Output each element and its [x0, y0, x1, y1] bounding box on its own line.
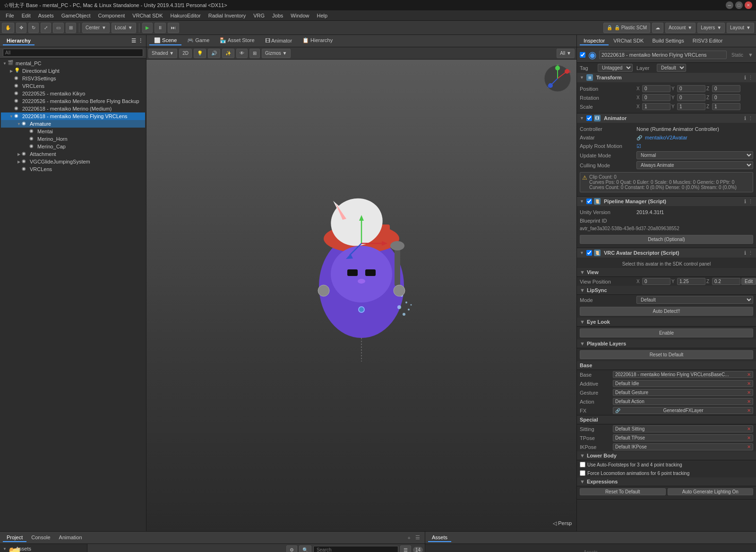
detach-button[interactable]: Detach (Optional) — [580, 235, 753, 244]
inspector-tab-build-settings[interactable]: Build Settings — [648, 37, 687, 45]
step-button[interactable]: ⏭ — [168, 23, 179, 33]
tree-toggle[interactable]: ▼ — [2, 60, 8, 66]
tree-toggle[interactable]: ▼ — [9, 113, 14, 119]
animator-menu-icon[interactable]: ⋮ — [748, 115, 753, 121]
layer-additive-value[interactable]: Default Idle ✕ — [613, 380, 753, 387]
mode-dropdown[interactable]: Default — [636, 296, 753, 304]
position-y-input[interactable] — [677, 85, 705, 92]
eye-look-section-title[interactable]: ▼ Eye Look — [577, 318, 756, 327]
vrc-descriptor-header[interactable]: ▼ 📜 VRC Avatar Descriptor (Script) ℹ ⋮ — [577, 248, 756, 258]
move-tool-button[interactable]: ✥ — [16, 23, 26, 33]
menu-assets[interactable]: Assets — [34, 12, 58, 19]
apply-root-motion-checkbox[interactable]: ☑ — [636, 143, 641, 149]
lipsync-section-title[interactable]: ▼ LipSync — [577, 286, 756, 295]
menu-help[interactable]: Help — [313, 12, 331, 19]
project-tab-console[interactable]: Console — [27, 534, 54, 542]
vrc-enabled-checkbox[interactable] — [586, 250, 592, 256]
layer-action-x[interactable]: ✕ — [747, 399, 751, 404]
close-button[interactable]: ✕ — [745, 1, 752, 9]
tree-toggle[interactable]: ▶ — [16, 151, 22, 157]
tree-toggle[interactable] — [9, 91, 14, 96]
tree-toggle[interactable] — [9, 106, 14, 112]
view-section-title[interactable]: ▼ View — [577, 268, 756, 277]
layer-tpose-x[interactable]: ✕ — [747, 435, 751, 440]
project-tab-animation[interactable]: Animation — [55, 534, 86, 542]
tree-toggle[interactable] — [16, 166, 22, 172]
menu-hakuroeditor[interactable]: HakuroEditor — [167, 12, 205, 19]
assets-toggle[interactable]: ▼ — [2, 546, 8, 552]
minimize-button[interactable]: ─ — [726, 1, 733, 9]
tree-toggle[interactable] — [9, 83, 14, 89]
hierarchy-menu-icon[interactable]: ☰ — [131, 38, 136, 44]
layer-gesture-value[interactable]: Default Gesture ✕ — [613, 389, 753, 396]
object-active-checkbox[interactable] — [580, 52, 585, 58]
effects-button[interactable]: ✨ — [222, 49, 234, 58]
tree-toggle[interactable]: ▶ — [9, 68, 14, 74]
tree-item-backup[interactable]: ◉ 20220526 - mentaiko Merino Before Flyi… — [1, 97, 145, 105]
project-menu-icon[interactable]: ☰ — [413, 535, 422, 541]
bottom-right-tab[interactable]: Assets — [428, 534, 451, 542]
tree-item-directional-light[interactable]: ▶ 💡 Directional Light — [1, 67, 145, 75]
animator-enabled-checkbox[interactable] — [586, 115, 592, 121]
inspector-tab-vrchat-sdk[interactable]: VRChat SDK — [610, 37, 647, 45]
view-y-input[interactable] — [677, 278, 705, 285]
menu-gameobject[interactable]: GameObject — [58, 12, 94, 19]
playable-layers-section-title[interactable]: ▼ Playable Layers — [577, 339, 756, 348]
auto-detect-button[interactable]: Auto Detect!! — [580, 307, 753, 316]
viewport-tab-animator[interactable]: 🎞 Animator — [260, 37, 297, 45]
scene-gizmo[interactable]: X Y Z — [543, 64, 572, 93]
tree-item-merino-horn[interactable]: ◉ Merino_Horn — [1, 135, 145, 143]
account-button[interactable]: Account▼ — [665, 23, 696, 33]
viewport-tab-asset-store[interactable]: 🏪 Asset Store — [215, 36, 259, 45]
auto-generate-button[interactable]: Auto Generate Lighting On — [668, 488, 754, 495]
scene-viewport[interactable]: X Y Z ◁ Persp — [146, 60, 576, 531]
layer-dropdown[interactable]: Default — [657, 64, 686, 72]
play-button[interactable]: ▶ — [142, 23, 153, 33]
menu-component[interactable]: Component — [94, 12, 129, 19]
tree-toggle[interactable] — [24, 144, 29, 149]
pivot-local-button[interactable]: Local▼ — [112, 23, 136, 33]
layer-sitting-value[interactable]: Default Sitting ✕ — [613, 425, 753, 432]
layer-sitting-x[interactable]: ✕ — [747, 426, 751, 431]
inspector-tab-risv3[interactable]: RISV3 Editor — [689, 37, 727, 45]
project-add-button[interactable]: + — [406, 535, 412, 541]
scale-y-input[interactable] — [677, 103, 705, 110]
hierarchy-search-input[interactable] — [3, 49, 143, 57]
position-x-input[interactable] — [642, 85, 670, 92]
rect-tool-button[interactable]: ▭ — [53, 23, 64, 33]
pipeline-manager-header[interactable]: ▼ 📜 Pipeline Manager (Script) ℹ ⋮ — [577, 197, 756, 206]
search-all-button[interactable]: All ▼ — [557, 49, 575, 58]
animator-header[interactable]: ▼ 🎞 Animator ℹ ⋮ — [577, 113, 756, 123]
pipeline-menu-icon[interactable]: ⋮ — [748, 198, 753, 205]
menu-vrchat-sdk[interactable]: VRChat SDK — [129, 12, 166, 19]
scene-helpers[interactable]: ⊞ — [249, 49, 260, 58]
tree-item-mentai[interactable]: ◉ Mentai — [1, 128, 145, 135]
position-z-input[interactable] — [712, 85, 740, 92]
view-edit-button[interactable]: Edit — [741, 278, 756, 285]
tree-toggle[interactable] — [24, 129, 29, 134]
auto-footsteps-checkbox[interactable] — [580, 462, 585, 467]
tree-item-attachment[interactable]: ▶ ◉ Attachment — [1, 150, 145, 158]
viewport-tab-hierarchy[interactable]: 📋 Hierarchy — [298, 36, 337, 45]
lower-body-section-title[interactable]: ▼ Lower Body — [577, 451, 756, 460]
assets-settings-button[interactable]: ⚙ — [286, 545, 297, 552]
layer-tpose-value[interactable]: Default TPose ✕ — [613, 434, 753, 441]
pipeline-enabled-checkbox[interactable] — [586, 198, 592, 204]
transform-menu-icon[interactable]: ⋮ — [748, 75, 753, 81]
collab-button[interactable]: ☁ — [652, 23, 663, 33]
layer-gesture-x[interactable]: ✕ — [747, 390, 751, 395]
inspector-tab-inspector[interactable]: Inspector — [580, 37, 609, 45]
scale-x-input[interactable] — [642, 103, 670, 110]
viewport-tab-scene[interactable]: ⬜ Scene — [149, 36, 181, 45]
layer-additive-x[interactable]: ✕ — [747, 381, 751, 386]
maximize-button[interactable]: □ — [735, 1, 743, 9]
shading-dropdown[interactable]: Shaded ▼ — [148, 49, 177, 58]
layer-ikpose-x[interactable]: ✕ — [747, 444, 751, 449]
tree-item-flying-vrclens[interactable]: ▼ ◉ 20220618 - mentaiko Merino Flying VR… — [1, 112, 145, 120]
scene-visibility[interactable]: 👁 — [236, 49, 248, 58]
pipeline-info-icon[interactable]: ℹ — [744, 198, 746, 205]
menu-jobs[interactable]: Jobs — [268, 12, 287, 19]
reset-to-default-button[interactable]: Reset to Default — [580, 350, 753, 359]
vrc-info-icon[interactable]: ℹ — [744, 250, 746, 256]
tree-item-medium[interactable]: ◉ 20220618 - mentaiko Merino (Medium) — [1, 105, 145, 112]
